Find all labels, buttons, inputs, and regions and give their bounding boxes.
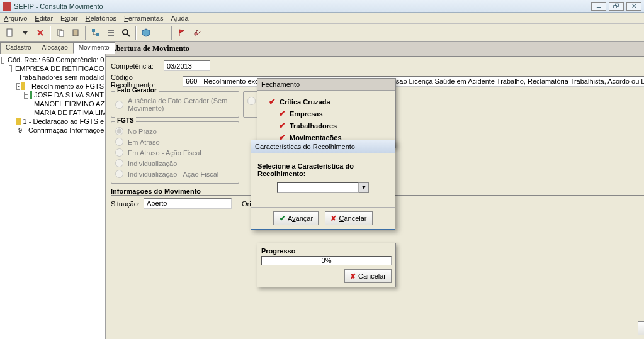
bookmark-icon (16, 118, 21, 125)
tree-rec-fgts[interactable]: - Recolhimento ao FGTS (27, 82, 104, 90)
menu-exibir[interactable]: Exibir (60, 14, 78, 22)
check-icon: ✔ (279, 109, 286, 118)
fato-opt1-label: Ausência de Fato Gerador (Sem Movimento) (128, 97, 235, 112)
x-icon: ✘ (330, 214, 336, 223)
check-icon: ✔ (280, 214, 285, 223)
group-icon (21, 82, 25, 90)
fgts-individ-af-radio (115, 170, 123, 178)
fgts-o5: Individualização - Ação Fiscal (128, 170, 218, 178)
progress-bar: 0% (261, 256, 392, 265)
fgts-o4: Individualização (128, 160, 177, 167)
find-icon[interactable] (119, 26, 133, 40)
menu-ajuda[interactable]: Ajuda (171, 14, 188, 22)
fechamento-title: Fechamento (257, 79, 395, 91)
x-icon: ✘ (350, 272, 356, 281)
tree-worker[interactable]: JOSE DA SILVA SANT (34, 91, 104, 99)
cube-icon[interactable] (139, 26, 153, 40)
app-icon (3, 2, 11, 11)
fgts-no-prazo-radio (115, 127, 123, 135)
tree-expander[interactable]: - (1, 57, 4, 64)
svg-rect-2 (59, 31, 64, 36)
tree[interactable]: -Cód. Rec.: 660 Competência: 03/2013 -EM… (0, 54, 105, 339)
sidebar: Cadastro Alocação Movimento -Cód. Rec.: … (0, 42, 106, 339)
fechamento-panel: Fechamento ✔Crítica Cruzada ✔Empresas ✔T… (257, 78, 396, 148)
tree-trab-sem[interactable]: Trabalhadores sem modalid (18, 74, 104, 81)
progress-cancel-button[interactable]: ✘Cancelar (344, 269, 392, 283)
avancar-button[interactable]: ✔Avançar (273, 211, 319, 225)
menu-editar[interactable]: Editar (35, 14, 53, 22)
svg-rect-4 (92, 29, 95, 32)
svg-rect-7 (108, 32, 114, 33)
tree-empresa[interactable]: EMPRESA DE RETIFICACOES (15, 65, 105, 72)
fgts-o3: Em Atraso - Ação Fiscal (128, 149, 201, 157)
menu-arquivo[interactable]: AArquivorquivo (4, 14, 27, 22)
fgts-em-atraso-radio (115, 138, 123, 146)
fgts-title: FGTS (115, 117, 136, 124)
delete-icon[interactable] (33, 26, 47, 40)
person-icon (30, 91, 32, 99)
minimize-button[interactable]: 🗕 (591, 2, 606, 11)
flag-icon[interactable] (175, 26, 189, 40)
situacao-value: Aberto (144, 198, 232, 209)
tree-worker[interactable]: MARIA DE FATIMA LIM (34, 109, 105, 116)
tree-decl[interactable]: 1 - Declaração ao FGTS e (23, 118, 104, 125)
toolbar (0, 24, 644, 42)
copy-icon[interactable] (54, 26, 67, 40)
fato-opt1-radio (115, 101, 123, 109)
menu-ferramentas[interactable]: Ferramentas (124, 14, 163, 22)
tree-expander[interactable]: - (16, 83, 20, 90)
check-icon: ✔ (269, 97, 276, 106)
tree-worker[interactable]: MANOEL FIRMINO AZ (34, 100, 105, 108)
caracteristicas-dialog: Características do Recolhimento Selecion… (251, 140, 395, 230)
down-icon[interactable] (18, 26, 32, 40)
paste-icon[interactable] (69, 26, 82, 40)
codigo-select[interactable]: 660 - Recolhimento exclusivo ao FGTS rel… (183, 76, 644, 87)
fech-trab: Trabalhadores (290, 122, 337, 130)
progress-title: Progresso (261, 247, 392, 255)
svg-rect-8 (108, 35, 114, 36)
list-icon[interactable] (104, 26, 118, 40)
tree-root[interactable]: Cód. Rec.: 660 Competência: 03/2013 (8, 56, 105, 64)
fech-empresas: Empresas (290, 110, 323, 118)
svg-point-9 (123, 30, 128, 35)
close-button[interactable]: ✕ (626, 2, 641, 11)
tab-cadastro[interactable]: Cadastro (0, 42, 37, 54)
tree-expander[interactable]: + (24, 92, 28, 99)
caracteristica-select[interactable] (277, 182, 359, 193)
wrench-icon[interactable] (190, 26, 204, 40)
fgts-acao-fiscal-radio (115, 148, 123, 157)
cancelar-button[interactable]: ✘Cancelar (325, 211, 372, 225)
titlebar: SEFIP - Consulta Movimento 🗕 🗗 ✕ (0, 0, 644, 13)
tree-icon[interactable] (89, 26, 103, 40)
maximize-button[interactable]: 🗗 (609, 2, 624, 11)
window-title: SEFIP - Consulta Movimento (14, 3, 589, 10)
tree-conf[interactable]: 9 - Confirmação Informaçõe (18, 126, 104, 134)
fgts-individ-radio (115, 159, 123, 167)
situacao-label: Situação: (111, 200, 140, 208)
dialog-title: Características do Recolhimento (251, 140, 395, 153)
svg-rect-6 (108, 30, 114, 31)
progress-panel: Progresso 0% ✘Cancelar (257, 243, 396, 287)
fato-title: Fato Gerador (115, 87, 159, 94)
new-icon[interactable] (3, 26, 17, 40)
svg-rect-0 (7, 29, 12, 36)
tab-movimento[interactable]: Movimento (73, 42, 115, 54)
menu-relatorios[interactable]: Relatórios (86, 14, 117, 22)
competencia-input[interactable] (164, 60, 210, 71)
dialog-prompt: Selecione a Característica do Recolhimen… (257, 162, 388, 177)
fgts-o2: Em Atraso (128, 138, 160, 146)
fato-opt2-radio (247, 97, 256, 105)
page-header: Abertura de Movimento (106, 42, 644, 57)
novo-button[interactable]: 🗋Novo (638, 321, 644, 335)
competencia-label: Competência: (111, 62, 160, 70)
dropdown-icon[interactable]: ▼ (359, 182, 369, 193)
svg-rect-5 (96, 33, 99, 36)
fech-critica: Crítica Cruzada (280, 98, 330, 106)
fgts-o1: No Prazo (128, 128, 157, 135)
menubar: AArquivorquivo Editar Exibir Relatórios … (0, 13, 644, 24)
check-icon: ✔ (279, 121, 286, 130)
tab-alocacao[interactable]: Alocação (37, 42, 74, 54)
svg-rect-3 (73, 30, 78, 36)
tree-expander[interactable]: - (9, 65, 12, 72)
